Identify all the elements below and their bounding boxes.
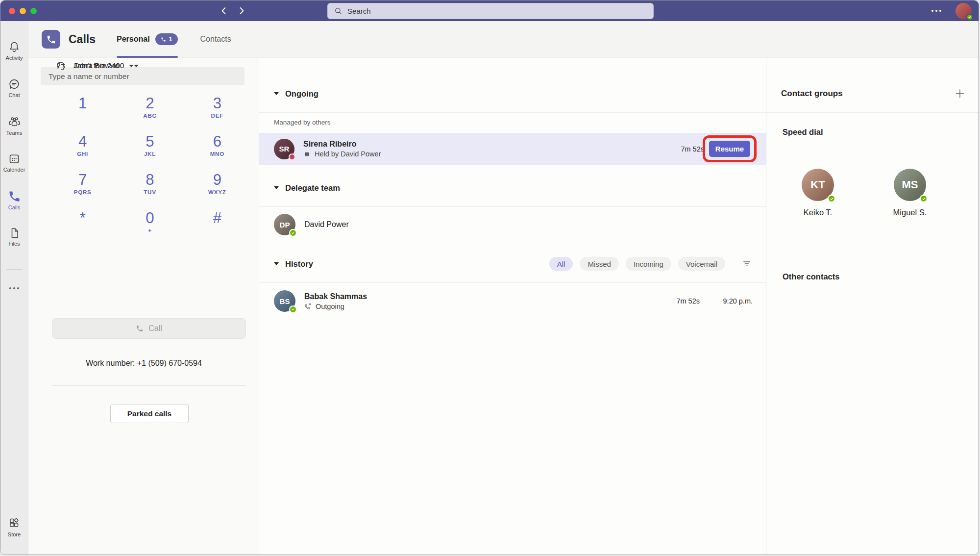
forward-button[interactable] [237, 5, 246, 16]
contact-name: Keiko T. [804, 208, 832, 217]
parked-calls-button[interactable]: Parked calls [110, 404, 189, 423]
window-zoom-button[interactable] [30, 8, 37, 14]
chevron-down-icon[interactable] [274, 262, 279, 265]
add-contact-group-button[interactable] [954, 88, 966, 100]
divider [259, 282, 766, 283]
titlebar: Search [0, 0, 979, 21]
chevron-down-icon [134, 65, 139, 67]
user-avatar[interactable] [956, 3, 972, 19]
delegate-name: David Power [304, 220, 349, 229]
sidebar-item-store[interactable]: Store [0, 517, 28, 552]
avatar: DP [274, 214, 295, 235]
resume-wrap: Resume [709, 141, 750, 157]
phone-icon [8, 190, 21, 203]
avatar: BS [274, 290, 295, 312]
history-filters: All Missed Incoming Voicemail [549, 257, 725, 271]
chevron-right-icon [238, 6, 245, 15]
sidebar-item-files[interactable]: Files [0, 227, 28, 264]
resume-button[interactable]: Resume [709, 141, 750, 157]
back-button[interactable] [219, 5, 228, 16]
search-input[interactable]: Search [327, 3, 654, 19]
sidebar-label: Files [8, 241, 20, 247]
calls-app-icon [42, 30, 60, 49]
delegate-section-header: Delegate team [259, 178, 766, 197]
ongoing-section-header: Ongoing [259, 84, 766, 103]
bell-icon [8, 41, 21, 53]
sidebar-label: Activity [6, 55, 23, 61]
chevron-down-icon[interactable] [274, 92, 279, 95]
managed-by-others-label: Managed by others [274, 119, 766, 126]
history-duration: 7m 52s [676, 297, 700, 305]
speed-dial-contact[interactable]: MS Miguel S. [878, 169, 942, 217]
sidebar-label: Store [8, 531, 21, 537]
sidebar-item-chat[interactable]: Chat [0, 78, 28, 115]
window-close-button[interactable] [9, 8, 15, 14]
ongoing-call-row[interactable]: SR Sirena Ribeiro Held by David Power 7m… [259, 133, 766, 165]
more-apps-icon[interactable] [6, 284, 22, 292]
avatar: MS [894, 169, 926, 201]
tab-personal[interactable]: Personal 1 [117, 21, 178, 58]
calls-panel: Ongoing Managed by others SR Sirena Ribe… [259, 58, 766, 555]
plus-icon [954, 88, 966, 100]
caller-name: Sirena Ribeiro [303, 140, 381, 149]
dialpad-key-0[interactable]: 0+ [116, 203, 183, 241]
people-icon [8, 115, 21, 128]
filter-voicemail[interactable]: Voicemail [678, 257, 725, 271]
dialpad-key-3[interactable]: 3DEF [184, 88, 251, 126]
delegate-row[interactable]: DP David Power [259, 210, 766, 239]
audio-device-dropdown[interactable]: Jabra Biz 2400 [55, 58, 139, 74]
filter-all[interactable]: All [549, 257, 573, 271]
contact-groups-header: Contact groups [766, 84, 979, 103]
divider [766, 112, 979, 113]
active-tab-indicator [117, 56, 178, 58]
window-minimize-button[interactable] [20, 8, 26, 14]
dialpad-key-7[interactable]: 7PQRS [49, 165, 116, 203]
rail-divider [6, 269, 23, 270]
search-icon [334, 7, 343, 15]
phone-icon [161, 37, 166, 42]
history-row[interactable]: BS Babak Shammas Outgoing [259, 287, 766, 315]
sidebar-item-activity[interactable]: Activity [0, 41, 28, 78]
dialpad-key-2[interactable]: 2ABC [116, 88, 183, 126]
history-nav [219, 0, 246, 21]
speed-dial-contact[interactable]: KT Keiko T. [786, 169, 850, 217]
sidebar-label: Calls [8, 204, 20, 210]
call-button[interactable]: Call [52, 318, 246, 339]
filter-missed[interactable]: Missed [580, 257, 619, 271]
dialpad-key-6[interactable]: 6MNO [184, 126, 251, 165]
speed-dial-list: KT Keiko T. MS [766, 169, 979, 217]
more-options-icon[interactable] [931, 7, 942, 15]
search-placeholder: Search [347, 7, 371, 15]
outgoing-call-icon [304, 303, 312, 310]
dialpad-key-1[interactable]: 1 [49, 88, 116, 126]
presence-available-badge [966, 14, 973, 21]
titlebar-right [931, 0, 972, 21]
chevron-down-icon[interactable] [274, 186, 279, 189]
call-status: Held by David Power [315, 150, 381, 158]
presence-available-badge [289, 229, 297, 237]
sidebar-item-teams[interactable]: Teams [0, 115, 28, 152]
filter-button[interactable] [741, 258, 753, 270]
chevron-left-icon [220, 6, 227, 15]
dialpad-key-hash[interactable]: # [184, 203, 251, 241]
tab-contacts[interactable]: Contacts [200, 21, 231, 58]
history-caller-name: Babak Shammas [304, 292, 367, 301]
dialpad-key-8[interactable]: 8TUV [116, 165, 183, 203]
dialpad: 1 2ABC 3DEF 4GHI 5JKL 6MNO 7PQRS 8TUV 9W… [49, 88, 251, 241]
dialpad-key-star[interactable]: * [49, 203, 116, 241]
speed-dial-title: Speed dial [783, 127, 979, 137]
sidebar-item-calendar[interactable]: Calender [0, 152, 28, 190]
sidebar-item-calls[interactable]: Calls [0, 190, 28, 227]
presence-available-badge [289, 305, 297, 313]
history-section-header: History All Missed Incoming Voicemail [259, 254, 766, 273]
dialpad-key-4[interactable]: 4GHI [49, 126, 116, 165]
store-icon [8, 517, 21, 530]
sidebar-label: Teams [6, 130, 22, 136]
divider [259, 206, 766, 207]
dialpad-key-5[interactable]: 5JKL [116, 126, 183, 165]
filter-incoming[interactable]: Incoming [626, 257, 671, 271]
presence-available-badge [920, 195, 928, 202]
contact-groups-title: Contact groups [781, 89, 843, 99]
dialpad-key-9[interactable]: 9WXYZ [184, 165, 251, 203]
headset-icon [55, 60, 66, 71]
